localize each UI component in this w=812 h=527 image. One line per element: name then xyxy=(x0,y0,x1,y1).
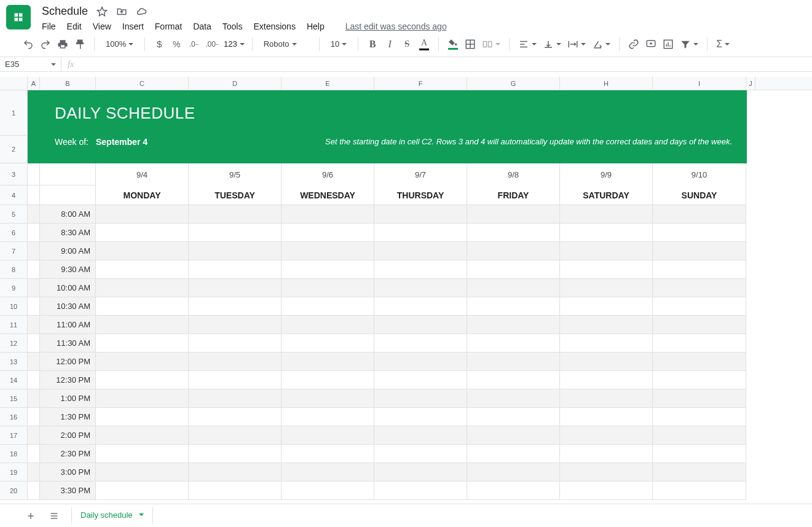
time-label[interactable]: 8:00 AM xyxy=(40,205,96,224)
cell[interactable] xyxy=(467,297,560,316)
cell[interactable] xyxy=(467,389,560,408)
cell[interactable] xyxy=(374,260,467,279)
date-cell[interactable]: 9/4 xyxy=(96,163,189,185)
col-header[interactable]: D xyxy=(189,77,282,90)
day-cell[interactable]: WEDNESDAY xyxy=(282,185,374,205)
time-label[interactable]: 3:00 PM xyxy=(40,463,96,482)
redo-button[interactable] xyxy=(39,36,52,52)
cloud-icon[interactable] xyxy=(136,6,147,17)
cell[interactable] xyxy=(96,371,189,389)
week-of-date[interactable]: September 4 xyxy=(96,136,189,163)
cell[interactable] xyxy=(560,371,653,389)
cell[interactable] xyxy=(374,334,467,353)
date-cell[interactable]: 9/8 xyxy=(467,163,560,185)
time-label[interactable]: 9:30 AM xyxy=(40,260,96,279)
cell[interactable] xyxy=(189,463,282,482)
cell[interactable] xyxy=(374,482,467,500)
menu-tools[interactable]: Tools xyxy=(223,21,243,31)
text-wrap-button[interactable] xyxy=(566,36,587,52)
cell[interactable] xyxy=(374,205,467,224)
col-header[interactable]: J xyxy=(746,77,755,90)
zoom-select[interactable]: 100% xyxy=(102,39,137,49)
cell[interactable] xyxy=(96,408,189,426)
cell[interactable] xyxy=(560,279,653,297)
cell[interactable] xyxy=(40,163,96,185)
cell[interactable] xyxy=(374,371,467,389)
time-label[interactable]: 2:30 PM xyxy=(40,445,96,463)
row-header[interactable]: 20 xyxy=(0,482,28,500)
date-cell[interactable]: 9/10 xyxy=(653,163,746,185)
cell[interactable] xyxy=(467,463,560,482)
cell[interactable] xyxy=(467,445,560,463)
cell[interactable] xyxy=(653,316,746,334)
cell[interactable] xyxy=(28,482,40,500)
italic-button[interactable]: I xyxy=(383,36,396,52)
cell[interactable] xyxy=(28,408,40,426)
print-button[interactable] xyxy=(56,36,69,52)
cell[interactable] xyxy=(28,136,40,163)
cell[interactable] xyxy=(28,353,40,371)
cell[interactable] xyxy=(28,389,40,408)
cell[interactable] xyxy=(653,463,746,482)
cell[interactable] xyxy=(560,463,653,482)
cell[interactable] xyxy=(560,482,653,500)
cell[interactable] xyxy=(560,242,653,260)
cell[interactable] xyxy=(282,279,374,297)
text-rotation-button[interactable] xyxy=(591,36,612,52)
time-label[interactable]: 8:30 AM xyxy=(40,224,96,242)
sheet-tab[interactable]: Daily schedule xyxy=(71,507,153,525)
cell[interactable] xyxy=(467,279,560,297)
cell[interactable] xyxy=(467,482,560,500)
sheets-logo[interactable] xyxy=(6,5,31,29)
cell[interactable] xyxy=(560,426,653,445)
cell[interactable] xyxy=(467,242,560,260)
cell[interactable] xyxy=(189,205,282,224)
cell[interactable] xyxy=(28,163,40,185)
row-header[interactable]: 8 xyxy=(0,260,28,279)
col-header[interactable]: E xyxy=(282,77,374,90)
banner-tip[interactable]: Set the starting date in cell C2. Rows 3… xyxy=(189,136,747,163)
formula-input[interactable] xyxy=(80,57,812,71)
cell[interactable] xyxy=(467,205,560,224)
cell[interactable] xyxy=(96,260,189,279)
select-all-corner[interactable] xyxy=(0,77,28,90)
cell[interactable] xyxy=(467,334,560,353)
col-header[interactable]: F xyxy=(374,77,467,90)
cell[interactable] xyxy=(28,185,40,205)
grid-body[interactable]: 1 DAILY SCHEDULE 2 Week of: September 4 … xyxy=(0,90,812,504)
cell[interactable] xyxy=(96,353,189,371)
row-header[interactable]: 3 xyxy=(0,163,28,185)
cell[interactable] xyxy=(28,463,40,482)
cell[interactable] xyxy=(560,389,653,408)
row-header[interactable]: 19 xyxy=(0,463,28,482)
horizontal-align-button[interactable] xyxy=(517,36,538,52)
cell[interactable] xyxy=(653,353,746,371)
cell[interactable] xyxy=(653,334,746,353)
day-cell[interactable]: TUESDAY xyxy=(189,185,282,205)
row-header[interactable]: 12 xyxy=(0,334,28,353)
cell[interactable] xyxy=(28,371,40,389)
cell[interactable] xyxy=(282,224,374,242)
cell[interactable] xyxy=(560,408,653,426)
cell[interactable] xyxy=(28,242,40,260)
day-cell[interactable]: FRIDAY xyxy=(467,185,560,205)
cell[interactable] xyxy=(282,408,374,426)
cell[interactable] xyxy=(189,260,282,279)
cell[interactable] xyxy=(28,316,40,334)
cell[interactable] xyxy=(374,242,467,260)
time-label[interactable]: 9:00 AM xyxy=(40,242,96,260)
row-header[interactable]: 7 xyxy=(0,242,28,260)
merge-cells-button[interactable] xyxy=(481,36,502,52)
col-header[interactable]: I xyxy=(653,77,746,90)
font-select[interactable]: Roboto xyxy=(260,39,312,49)
cell[interactable] xyxy=(374,224,467,242)
cell[interactable] xyxy=(189,242,282,260)
cell[interactable] xyxy=(96,297,189,316)
time-label[interactable]: 2:00 PM xyxy=(40,426,96,445)
cell[interactable] xyxy=(189,297,282,316)
row-header[interactable]: 1 xyxy=(0,90,28,136)
cell[interactable] xyxy=(96,482,189,500)
cell[interactable] xyxy=(653,482,746,500)
cell[interactable] xyxy=(653,408,746,426)
cell[interactable] xyxy=(560,205,653,224)
